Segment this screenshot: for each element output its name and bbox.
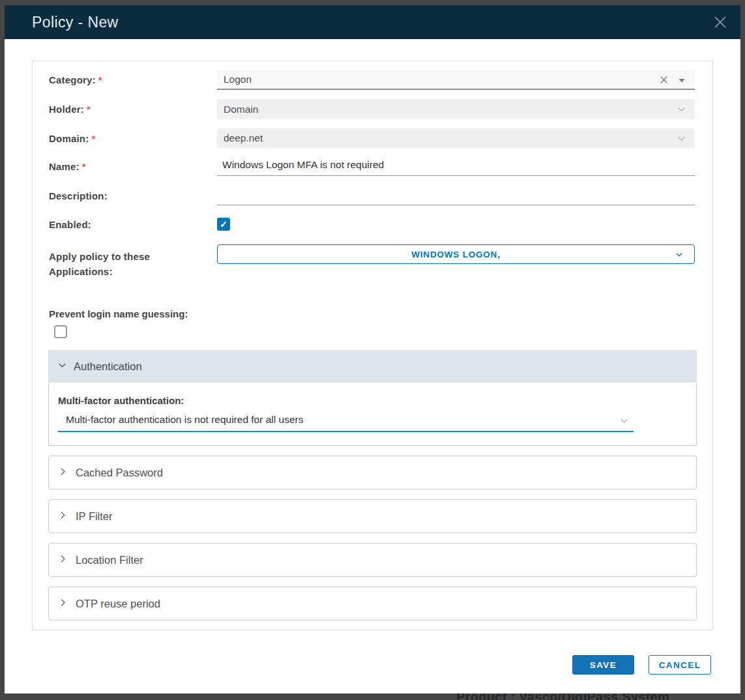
- required-asterisk: *: [91, 133, 95, 144]
- policy-sections: Authentication Multi-factor authenticati…: [48, 350, 697, 620]
- holder-row: Holder:* Domain: [49, 99, 695, 119]
- dropdown-caret-icon[interactable]: [677, 75, 687, 85]
- name-input[interactable]: [217, 157, 695, 176]
- applications-value: WINDOWS LOGON,: [411, 250, 500, 259]
- section-authentication-header[interactable]: Authentication: [48, 350, 697, 383]
- mfa-label: Multi-factor authentication:: [58, 395, 687, 406]
- domain-row: Domain:* deep.net: [49, 128, 695, 148]
- chevron-down-icon[interactable]: [676, 133, 687, 144]
- section-otp-reuse-period-header[interactable]: OTP reuse period: [48, 587, 697, 620]
- holder-select[interactable]: Domain: [217, 99, 695, 119]
- dialog-title: Policy - New: [32, 14, 119, 31]
- chevron-right-icon: [58, 510, 68, 523]
- required-asterisk: *: [87, 104, 91, 115]
- chevron-right-icon: [58, 598, 68, 610]
- enabled-checkbox[interactable]: ✓: [217, 218, 230, 231]
- applications-row: Apply policy to these Applications: WIND…: [49, 244, 695, 279]
- name-label: Name:*: [49, 161, 217, 172]
- applications-label: Apply policy to these Applications:: [49, 244, 217, 279]
- section-title: Location Filter: [76, 554, 143, 566]
- chevron-down-icon: [619, 415, 630, 429]
- section-title: IP Filter: [76, 510, 113, 523]
- chevron-down-icon: [675, 250, 684, 261]
- description-label: Description:: [49, 190, 217, 201]
- chevron-right-icon: [58, 467, 68, 479]
- enabled-row: Enabled: ✓: [49, 218, 695, 231]
- section-location-filter-header[interactable]: Location Filter: [48, 543, 697, 577]
- name-row: Name:*: [49, 157, 695, 176]
- domain-value: deep.net: [224, 132, 263, 144]
- chevron-right-icon: [58, 554, 68, 566]
- cancel-button[interactable]: CANCEL: [649, 655, 711, 675]
- holder-value: Domain: [224, 104, 258, 115]
- section-cached-password-header[interactable]: Cached Password: [48, 456, 697, 489]
- holder-label: Holder:*: [49, 104, 217, 115]
- mfa-value: Multi-factor authentication is not requi…: [66, 414, 303, 425]
- close-icon[interactable]: [709, 11, 731, 33]
- section-title: Cached Password: [76, 467, 163, 479]
- category-label: Category:*: [49, 74, 217, 85]
- check-icon: ✓: [220, 219, 227, 229]
- category-select[interactable]: Logon: [217, 70, 695, 90]
- section-title: Authentication: [74, 360, 142, 373]
- prevent-login-guessing-label: Prevent login name guessing:: [49, 308, 695, 319]
- category-row: Category:* Logon: [49, 70, 695, 90]
- chevron-down-icon[interactable]: [676, 104, 687, 115]
- enabled-label: Enabled:: [49, 219, 217, 230]
- dialog-header: Policy - New: [5, 5, 740, 39]
- required-asterisk: *: [82, 161, 86, 172]
- chevron-down-icon: [57, 360, 67, 373]
- description-input[interactable]: [217, 186, 695, 205]
- applications-select-button[interactable]: WINDOWS LOGON,: [217, 244, 695, 264]
- required-asterisk: *: [98, 74, 102, 85]
- policy-form-panel: Category:* Logon Holder:*: [32, 61, 713, 630]
- section-authentication-body: Multi-factor authentication: Multi-facto…: [48, 383, 697, 446]
- dialog-actions: SAVE CANCEL: [5, 655, 711, 675]
- clear-icon[interactable]: [659, 75, 669, 85]
- domain-select[interactable]: deep.net: [217, 128, 695, 148]
- section-title: OTP reuse period: [76, 598, 160, 610]
- prevent-login-guessing-checkbox[interactable]: [54, 325, 67, 338]
- save-button[interactable]: SAVE: [572, 655, 634, 675]
- description-row: Description:: [49, 186, 695, 205]
- policy-new-dialog: Policy - New Category:* Logon: [5, 5, 740, 693]
- section-ip-filter-header[interactable]: IP Filter: [48, 499, 697, 533]
- domain-label: Domain:*: [49, 133, 217, 144]
- mfa-select[interactable]: Multi-factor authentication is not requi…: [58, 414, 634, 432]
- category-value: Logon: [224, 74, 252, 85]
